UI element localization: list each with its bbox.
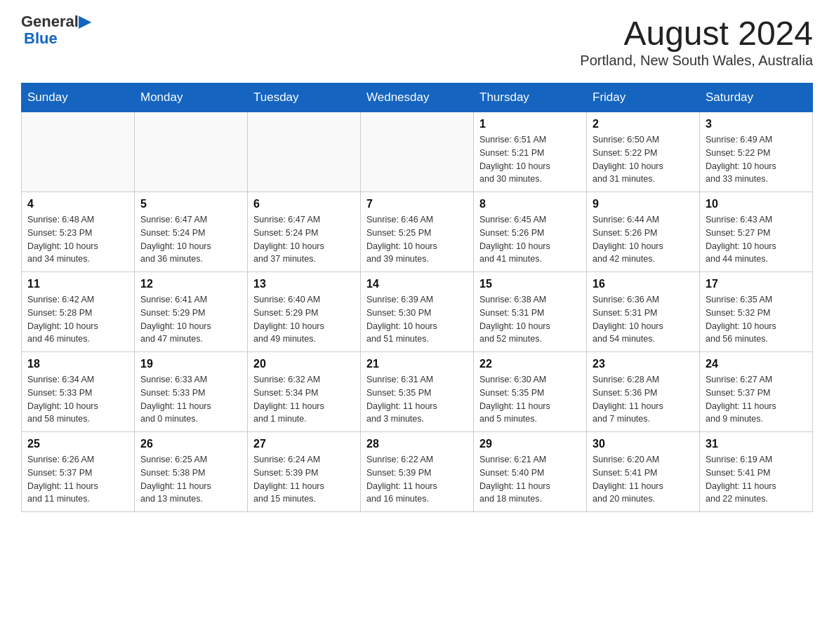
day-info: Sunrise: 6:31 AM Sunset: 5:35 PM Dayligh… xyxy=(366,373,468,426)
day-info: Sunrise: 6:32 AM Sunset: 5:34 PM Dayligh… xyxy=(253,373,355,426)
day-number: 22 xyxy=(479,358,581,370)
day-info: Sunrise: 6:30 AM Sunset: 5:35 PM Dayligh… xyxy=(479,373,581,426)
day-number: 18 xyxy=(27,358,128,370)
day-info: Sunrise: 6:22 AM Sunset: 5:39 PM Dayligh… xyxy=(366,453,468,506)
col-thursday: Thursday xyxy=(474,83,587,112)
day-number: 2 xyxy=(593,118,694,130)
col-monday: Monday xyxy=(135,83,248,112)
table-row: 6Sunrise: 6:47 AM Sunset: 5:24 PM Daylig… xyxy=(248,192,361,272)
table-row: 25Sunrise: 6:26 AM Sunset: 5:37 PM Dayli… xyxy=(22,432,135,512)
day-number: 3 xyxy=(706,118,807,130)
day-info: Sunrise: 6:35 AM Sunset: 5:32 PM Dayligh… xyxy=(706,293,807,346)
table-row: 15Sunrise: 6:38 AM Sunset: 5:31 PM Dayli… xyxy=(474,272,587,352)
table-row: 23Sunrise: 6:28 AM Sunset: 5:36 PM Dayli… xyxy=(587,352,700,432)
table-row: 16Sunrise: 6:36 AM Sunset: 5:31 PM Dayli… xyxy=(587,272,700,352)
col-wednesday: Wednesday xyxy=(361,83,474,112)
day-number: 30 xyxy=(593,438,694,450)
table-row: 20Sunrise: 6:32 AM Sunset: 5:34 PM Dayli… xyxy=(248,352,361,432)
day-info: Sunrise: 6:42 AM Sunset: 5:28 PM Dayligh… xyxy=(27,293,128,346)
calendar-header-row: Sunday Monday Tuesday Wednesday Thursday… xyxy=(22,83,813,112)
day-info: Sunrise: 6:20 AM Sunset: 5:41 PM Dayligh… xyxy=(593,453,694,506)
calendar-week-row: 1Sunrise: 6:51 AM Sunset: 5:21 PM Daylig… xyxy=(22,112,813,192)
table-row: 19Sunrise: 6:33 AM Sunset: 5:33 PM Dayli… xyxy=(135,352,248,432)
day-info: Sunrise: 6:28 AM Sunset: 5:36 PM Dayligh… xyxy=(593,373,694,426)
day-info: Sunrise: 6:21 AM Sunset: 5:40 PM Dayligh… xyxy=(479,453,581,506)
day-info: Sunrise: 6:45 AM Sunset: 5:26 PM Dayligh… xyxy=(479,213,581,266)
col-tuesday: Tuesday xyxy=(248,83,361,112)
table-row: 12Sunrise: 6:41 AM Sunset: 5:29 PM Dayli… xyxy=(135,272,248,352)
table-row: 26Sunrise: 6:25 AM Sunset: 5:38 PM Dayli… xyxy=(135,432,248,512)
day-number: 11 xyxy=(27,278,128,290)
table-row xyxy=(361,112,474,192)
day-number: 6 xyxy=(253,198,355,210)
day-info: Sunrise: 6:34 AM Sunset: 5:33 PM Dayligh… xyxy=(27,373,128,426)
calendar-week-row: 18Sunrise: 6:34 AM Sunset: 5:33 PM Dayli… xyxy=(22,352,813,432)
calendar-week-row: 4Sunrise: 6:48 AM Sunset: 5:23 PM Daylig… xyxy=(22,192,813,272)
col-friday: Friday xyxy=(587,83,700,112)
table-row: 14Sunrise: 6:39 AM Sunset: 5:30 PM Dayli… xyxy=(361,272,474,352)
table-row: 28Sunrise: 6:22 AM Sunset: 5:39 PM Dayli… xyxy=(361,432,474,512)
table-row: 13Sunrise: 6:40 AM Sunset: 5:29 PM Dayli… xyxy=(248,272,361,352)
table-row: 5Sunrise: 6:47 AM Sunset: 5:24 PM Daylig… xyxy=(135,192,248,272)
day-info: Sunrise: 6:51 AM Sunset: 5:21 PM Dayligh… xyxy=(479,133,581,186)
day-info: Sunrise: 6:46 AM Sunset: 5:25 PM Dayligh… xyxy=(366,213,468,266)
day-number: 9 xyxy=(593,198,694,210)
day-number: 5 xyxy=(140,198,241,210)
day-number: 26 xyxy=(140,438,241,450)
location-title: Portland, New South Wales, Australia xyxy=(580,53,813,69)
table-row: 9Sunrise: 6:44 AM Sunset: 5:26 PM Daylig… xyxy=(587,192,700,272)
col-saturday: Saturday xyxy=(700,83,813,112)
calendar-week-row: 25Sunrise: 6:26 AM Sunset: 5:37 PM Dayli… xyxy=(22,432,813,512)
day-number: 14 xyxy=(366,278,468,290)
calendar-table: Sunday Monday Tuesday Wednesday Thursday… xyxy=(21,83,813,512)
day-info: Sunrise: 6:47 AM Sunset: 5:24 PM Dayligh… xyxy=(140,213,241,266)
day-info: Sunrise: 6:43 AM Sunset: 5:27 PM Dayligh… xyxy=(706,213,807,266)
day-info: Sunrise: 6:25 AM Sunset: 5:38 PM Dayligh… xyxy=(140,453,241,506)
day-info: Sunrise: 6:39 AM Sunset: 5:30 PM Dayligh… xyxy=(366,293,468,346)
day-number: 8 xyxy=(479,198,581,210)
table-row: 8Sunrise: 6:45 AM Sunset: 5:26 PM Daylig… xyxy=(474,192,587,272)
table-row: 1Sunrise: 6:51 AM Sunset: 5:21 PM Daylig… xyxy=(474,112,587,192)
day-number: 19 xyxy=(140,358,241,370)
day-number: 16 xyxy=(593,278,694,290)
table-row: 7Sunrise: 6:46 AM Sunset: 5:25 PM Daylig… xyxy=(361,192,474,272)
day-number: 24 xyxy=(706,358,807,370)
day-info: Sunrise: 6:38 AM Sunset: 5:31 PM Dayligh… xyxy=(479,293,581,346)
table-row: 17Sunrise: 6:35 AM Sunset: 5:32 PM Dayli… xyxy=(700,272,813,352)
title-section: August 2024 Portland, New South Wales, A… xyxy=(580,14,813,69)
day-number: 25 xyxy=(27,438,128,450)
day-number: 13 xyxy=(253,278,355,290)
day-number: 31 xyxy=(706,438,807,450)
table-row: 10Sunrise: 6:43 AM Sunset: 5:27 PM Dayli… xyxy=(700,192,813,272)
table-row: 18Sunrise: 6:34 AM Sunset: 5:33 PM Dayli… xyxy=(22,352,135,432)
day-number: 7 xyxy=(366,198,468,210)
table-row: 2Sunrise: 6:50 AM Sunset: 5:22 PM Daylig… xyxy=(587,112,700,192)
day-info: Sunrise: 6:41 AM Sunset: 5:29 PM Dayligh… xyxy=(140,293,241,346)
table-row: 22Sunrise: 6:30 AM Sunset: 5:35 PM Dayli… xyxy=(474,352,587,432)
table-row: 4Sunrise: 6:48 AM Sunset: 5:23 PM Daylig… xyxy=(22,192,135,272)
table-row: 11Sunrise: 6:42 AM Sunset: 5:28 PM Dayli… xyxy=(22,272,135,352)
table-row: 30Sunrise: 6:20 AM Sunset: 5:41 PM Dayli… xyxy=(587,432,700,512)
day-number: 28 xyxy=(366,438,468,450)
day-info: Sunrise: 6:48 AM Sunset: 5:23 PM Dayligh… xyxy=(27,213,128,266)
table-row: 29Sunrise: 6:21 AM Sunset: 5:40 PM Dayli… xyxy=(474,432,587,512)
day-info: Sunrise: 6:47 AM Sunset: 5:24 PM Dayligh… xyxy=(253,213,355,266)
page-header: General▶ Blue August 2024 Portland, New … xyxy=(21,14,813,69)
table-row: 3Sunrise: 6:49 AM Sunset: 5:22 PM Daylig… xyxy=(700,112,813,192)
day-number: 29 xyxy=(479,438,581,450)
day-number: 21 xyxy=(366,358,468,370)
day-number: 12 xyxy=(140,278,241,290)
day-info: Sunrise: 6:27 AM Sunset: 5:37 PM Dayligh… xyxy=(706,373,807,426)
day-number: 4 xyxy=(27,198,128,210)
table-row: 24Sunrise: 6:27 AM Sunset: 5:37 PM Dayli… xyxy=(700,352,813,432)
day-number: 10 xyxy=(706,198,807,210)
logo-icon: General▶ Blue xyxy=(21,14,91,48)
table-row: 27Sunrise: 6:24 AM Sunset: 5:39 PM Dayli… xyxy=(248,432,361,512)
day-info: Sunrise: 6:36 AM Sunset: 5:31 PM Dayligh… xyxy=(593,293,694,346)
logo: General▶ Blue xyxy=(21,14,91,48)
day-number: 15 xyxy=(479,278,581,290)
table-row xyxy=(248,112,361,192)
calendar-week-row: 11Sunrise: 6:42 AM Sunset: 5:28 PM Dayli… xyxy=(22,272,813,352)
day-number: 27 xyxy=(253,438,355,450)
day-number: 1 xyxy=(479,118,581,130)
